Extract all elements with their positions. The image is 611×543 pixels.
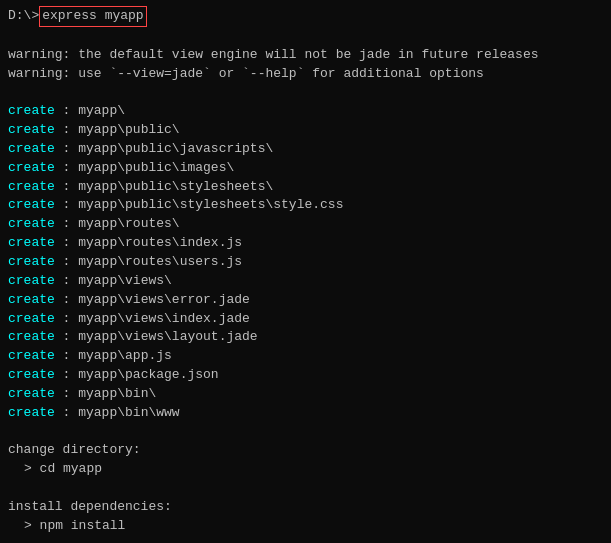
create-line: create : myapp\app.js [8, 347, 603, 366]
create-line: create : myapp\public\javascripts\ [8, 140, 603, 159]
create-line: create : myapp\ [8, 102, 603, 121]
create-line: create : myapp\routes\users.js [8, 253, 603, 272]
create-line: create : myapp\package.json [8, 366, 603, 385]
install-cmd: > npm install [8, 517, 603, 536]
output-line [8, 27, 603, 46]
create-line: create : myapp\public\stylesheets\style.… [8, 196, 603, 215]
command-line: D:\>express myapp [8, 6, 603, 27]
create-line: create : myapp\public\images\ [8, 159, 603, 178]
create-line: create : myapp\views\index.jade [8, 310, 603, 329]
create-line: create : myapp\routes\index.js [8, 234, 603, 253]
create-line: create : myapp\views\ [8, 272, 603, 291]
change-dir-label: change directory: [8, 441, 603, 460]
terminal-window[interactable]: D:\>express myapp warning: the default v… [0, 0, 611, 543]
command-input: express myapp [39, 6, 146, 27]
change-dir-cmd: > cd myapp [8, 460, 603, 479]
spacer-3 [8, 479, 603, 498]
create-line: create : myapp\public\ [8, 121, 603, 140]
warning-line-1: warning: the default view engine will no… [8, 46, 603, 65]
install-label: install dependencies: [8, 498, 603, 517]
prompt: D:\> [8, 7, 39, 26]
spacer-4 [8, 536, 603, 543]
spacer-2 [8, 423, 603, 442]
create-line: create : myapp\public\stylesheets\ [8, 178, 603, 197]
spacer-1 [8, 83, 603, 102]
create-line: create : myapp\bin\www [8, 404, 603, 423]
create-line: create : myapp\views\error.jade [8, 291, 603, 310]
create-line: create : myapp\bin\ [8, 385, 603, 404]
create-line: create : myapp\views\layout.jade [8, 328, 603, 347]
warning-line-2: warning: use `--view=jade` or `--help` f… [8, 65, 603, 84]
create-line: create : myapp\routes\ [8, 215, 603, 234]
